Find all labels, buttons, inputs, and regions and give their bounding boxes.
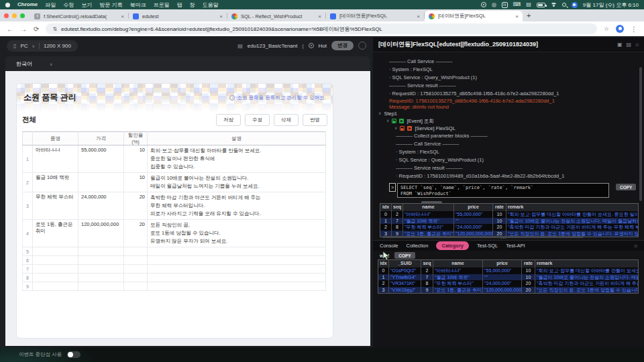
- table-row[interactable]: 4로또 1등, 출근은 취미120,000,000,00020모든 직장인의 꿈…: [23, 220, 326, 247]
- wifi-icon[interactable]: [551, 3, 557, 7]
- copy-sql-button[interactable]: COPY: [616, 184, 636, 190]
- profile-avatar[interactable]: [616, 25, 624, 33]
- keyboard-icon[interactable]: ⌨: [513, 2, 521, 7]
- browser-menu-icon[interactable]: ⋮: [631, 25, 637, 33]
- debug-tab-test-sql[interactable]: Test-SQL: [477, 243, 498, 249]
- table-row[interactable]: 8: [23, 274, 326, 282]
- action-button-삭제[interactable]: 삭제: [274, 114, 299, 126]
- action-button-저장[interactable]: 저장: [216, 114, 241, 126]
- log-line: ---------- Service result ----------: [373, 164, 644, 172]
- minimize-window-button[interactable]: [12, 13, 17, 18]
- menu-item[interactable]: 탭: [176, 1, 182, 9]
- event-node[interactable]: ∨ ▶ ▶ [Event] 조회: [373, 117, 644, 125]
- caret-icon[interactable]: ∨: [394, 125, 397, 132]
- back-icon[interactable]: ←: [7, 25, 13, 33]
- grid-row[interactable]: 2"VR3471Kt"8"무한 체력 부스터""24,000,000"20"촉박…: [378, 280, 638, 287]
- table-row[interactable]: 6: [23, 256, 326, 265]
- tab-close-icon[interactable]: ×: [515, 13, 519, 19]
- device-resolution[interactable]: 1200 X 900: [44, 43, 71, 49]
- menu-item[interactable]: 파일: [45, 1, 56, 9]
- tab-close-icon[interactable]: ×: [219, 13, 223, 19]
- debug-tab-console[interactable]: Console: [380, 243, 398, 249]
- copy-category-button[interactable]: COPY: [394, 252, 415, 259]
- table-row[interactable]: 1아바타-I-I-I55,000,00010회의·보고·잡무를 대신할 아바타를…: [23, 145, 326, 173]
- change-button[interactable]: 변경: [331, 41, 354, 50]
- tab-close-icon[interactable]: ×: [417, 13, 420, 19]
- url-omnibox[interactable]: ⇅ edutest.flextudio.com/debug?engine=6.4…: [46, 23, 597, 34]
- status-dot-icon[interactable]: [492, 3, 496, 7]
- caret-icon[interactable]: ∨: [378, 110, 381, 117]
- step-node[interactable]: ∨ Step1: [373, 110, 644, 117]
- reload-icon[interactable]: ⟳: [34, 25, 39, 33]
- browser-tab[interactable]: [데이터연동]FlexSQL×: [425, 11, 523, 21]
- menu-item[interactable]: Chrome: [17, 1, 38, 9]
- bookmark-star-icon[interactable]: ☆: [604, 25, 609, 32]
- menu-item[interactable]: 북마크: [129, 1, 146, 9]
- table-row[interactable]: 2월급 10배 잭팟10월급이 10배로 불어나는 전설의 소원입니다.매일이 …: [23, 173, 326, 192]
- window-icon[interactable]: ▤: [526, 2, 531, 7]
- menu-item[interactable]: 프로필: [153, 1, 169, 9]
- new-tab-button[interactable]: +: [527, 11, 531, 19]
- grid-cell: "VXKGbjqJ": [389, 287, 421, 294]
- menu-item[interactable]: 수정: [63, 1, 74, 9]
- language-select[interactable]: 한국어: [16, 60, 32, 68]
- grid-row[interactable]: 17"월급 10배 잭팟"""10"월급이 10배로 불어나는 전설의 소원입니…: [380, 218, 638, 225]
- screen-record-icon[interactable]: [481, 2, 486, 7]
- site-settings-icon[interactable]: ⇅: [52, 26, 57, 32]
- browser-tab[interactable]: ff.SheetControl().reloadData(×: [30, 11, 128, 21]
- menubar-clock[interactable]: 9월 17일 (수) 오후 6:10: [583, 1, 639, 9]
- battery-icon[interactable]: [537, 3, 545, 7]
- device-type[interactable]: PC: [20, 43, 28, 49]
- browser-tab[interactable]: edutest×: [129, 11, 227, 21]
- table-row[interactable]: 7: [23, 265, 326, 274]
- eraser-icon[interactable]: ⌂: [634, 243, 637, 249]
- table-row[interactable]: 9: [23, 282, 326, 291]
- vertical-scrollbar[interactable]: [639, 67, 642, 201]
- home-icon[interactable]: ⌂: [635, 42, 639, 48]
- device-selector[interactable]: ▯ PC ∨ 1200 X 900: [7, 40, 78, 52]
- breakpoint-toggle[interactable]: [67, 351, 80, 358]
- action-button-반영[interactable]: 반영: [303, 114, 327, 126]
- log-line: · System : FlexSQL: [373, 66, 644, 74]
- hot-label[interactable]: Hot: [319, 43, 327, 49]
- apple-icon[interactable]: [5, 3, 10, 7]
- notion-icon[interactable]: N: [502, 2, 508, 8]
- tab-close-icon[interactable]: ×: [121, 13, 124, 19]
- menu-item[interactable]: 방문 기록: [99, 1, 122, 9]
- record-ring-button[interactable]: [358, 42, 366, 50]
- url-text[interactable]: edutest.flextudio.com/debug?engine=6.4&s…: [61, 25, 382, 33]
- caret-icon[interactable]: ∨: [386, 117, 389, 125]
- grid-row[interactable]: 0"O1sP0Qr2"2"아바타-I-I-I""55,000,000"10"회의…: [378, 267, 638, 274]
- menu-item[interactable]: 도움말: [202, 1, 218, 9]
- browser-tab[interactable]: SQL - Reflect_WishProduct×: [227, 11, 325, 21]
- service-node[interactable]: ∨ ▶ ▶ [Service] FlexSQL: [373, 125, 644, 132]
- debug-tab-category[interactable]: Category: [436, 241, 469, 250]
- chevron-down-icon[interactable]: ∨: [32, 44, 35, 48]
- spotlight-icon[interactable]: [562, 3, 566, 7]
- account-icon[interactable]: [572, 2, 578, 8]
- forward-icon[interactable]: →: [20, 25, 27, 33]
- grid-row[interactable]: 02"아바타-I-I-I""55,000,000"10"회의·보고·잡무를 대신…: [380, 211, 638, 218]
- grid-row[interactable]: 3"VXKGbjqJ"9"로또 1등, 출근은 취미""120,000,000,…: [378, 287, 638, 294]
- grid-cell: 10: [522, 274, 535, 281]
- table-row[interactable]: 5: [23, 247, 326, 256]
- tab-close-icon[interactable]: ×: [318, 13, 321, 19]
- grid-row[interactable]: 1"YTnwfbG4"7"월급 10배 잭팟"""10"월급이 10배로 불어나…: [378, 274, 638, 281]
- table-row[interactable]: 3무한 체력 부스터24,000,00020촉박한 마감 기한과 야근도 거뜬히…: [23, 192, 326, 220]
- zoom-window-button[interactable]: [20, 13, 25, 18]
- save-icon[interactable]: ▤: [627, 42, 632, 48]
- tab-title: [데이터연동]FlexSQL: [339, 13, 413, 19]
- debug-tab-collection[interactable]: Collection: [407, 243, 429, 249]
- browser-tab[interactable]: [데이터연동]FlexSQL×: [326, 11, 424, 21]
- sql-query-box[interactable]: SELECT `seq`, `name`, `price`, `rate`, `…: [397, 183, 609, 198]
- menu-item[interactable]: 보기: [81, 1, 92, 9]
- close-window-button[interactable]: [4, 13, 9, 18]
- capture-icon[interactable]: ▣: [617, 42, 623, 48]
- action-button-수정[interactable]: 수정: [245, 114, 270, 126]
- horizontal-scrollbar[interactable]: [382, 236, 584, 238]
- tenant-name[interactable]: edu123_BasicTenant: [248, 43, 298, 49]
- menu-item[interactable]: 창: [189, 1, 195, 9]
- grid-row[interactable]: 28"무한 체력 부스터""24,000,000"20"촉박한 마감 기한과 야…: [380, 224, 638, 231]
- chevron-down-icon[interactable]: ∨: [50, 62, 52, 66]
- debug-tab-test-api[interactable]: Test-API: [506, 243, 525, 249]
